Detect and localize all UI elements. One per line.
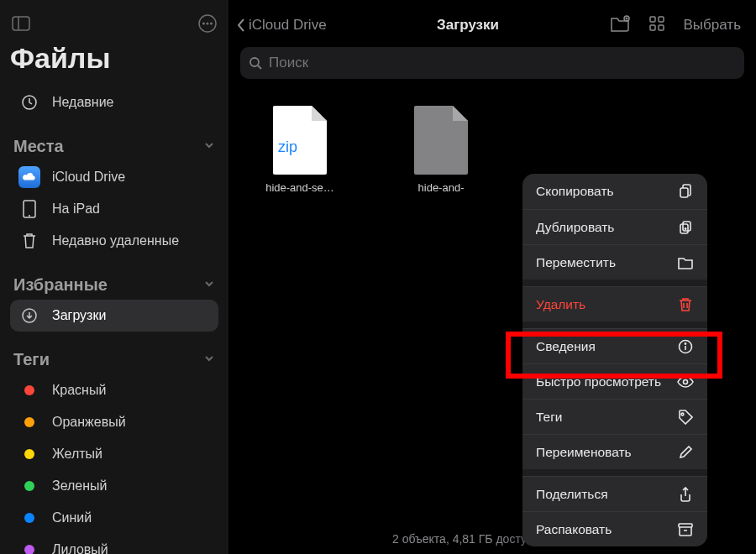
tag-dot-icon [24,481,34,491]
context-delete[interactable]: Удалить [522,286,707,321]
duplicate-icon [677,219,694,236]
sidebar-item-downloads[interactable]: Загрузки [10,300,218,332]
sidebar: Файлы Недавние Места iCloud Drive На iPa… [0,0,228,554]
svg-point-23 [684,379,688,384]
download-icon [18,305,40,327]
sidebar-tag-item[interactable]: Лиловый [10,534,218,554]
sidebar-tag-item[interactable]: Желтый [10,438,218,470]
svg-point-15 [250,58,259,66]
file-name: hide-and-se… [265,181,334,195]
tag-label: Синий [52,510,92,525]
svg-point-4 [207,23,208,24]
tag-dot-icon [24,513,34,523]
sidebar-item-icloud[interactable]: iCloud Drive [10,161,218,193]
file-item[interactable]: zip hide-and-se… [262,106,338,195]
sidebar-tag-item[interactable]: Красный [10,374,218,406]
svg-rect-0 [13,17,29,30]
chevron-down-icon [203,353,215,368]
select-button[interactable]: Выбрать [684,17,741,34]
menu-label: Удалить [536,297,585,312]
tag-label: Красный [52,383,106,398]
sidebar-tag-item[interactable]: Оранжевый [10,406,218,438]
section-title: Избранные [13,275,108,295]
svg-rect-14 [659,25,664,30]
view-grid-icon[interactable] [648,15,665,35]
svg-point-22 [685,342,685,343]
context-move[interactable]: Переместить [522,244,707,280]
pencil-icon [677,444,694,461]
context-copy[interactable]: Скопировать [522,174,707,209]
section-places-header[interactable]: Места [10,137,218,156]
more-icon[interactable] [197,13,218,34]
tag-icon [677,409,694,426]
tag-dot-icon [24,545,34,554]
section-tags-header[interactable]: Теги [10,350,218,369]
menu-label: Сведения [536,339,596,354]
context-rename[interactable]: Переименовать [522,434,707,469]
svg-point-3 [203,23,205,24]
trash-icon [18,230,40,252]
topbar: iCloud Drive Загрузки Выбрать [228,0,756,40]
menu-label: Скопировать [536,184,614,199]
svg-rect-25 [679,524,692,527]
svg-rect-7 [24,201,35,217]
page-title: Загрузки [330,17,606,34]
tag-dot-icon [24,449,34,459]
context-quicklook[interactable]: Быстро просмотреть [522,363,707,399]
svg-rect-11 [650,17,655,22]
main-area: iCloud Drive Загрузки Выбрать zip hide-a… [228,0,756,554]
clock-icon [18,91,40,113]
menu-label: Дублировать [536,220,614,235]
section-title: Теги [13,350,50,369]
tag-label: Желтый [52,447,102,462]
menu-label: Поделиться [536,487,608,502]
sidebar-tag-item[interactable]: Зеленый [10,470,218,502]
file-name: hide-and- [418,181,465,195]
new-folder-icon[interactable] [610,15,630,35]
section-title: Места [13,137,64,156]
svg-line-16 [258,65,261,69]
svg-rect-13 [650,25,655,30]
sidebar-item-label: На iPad [52,201,100,217]
menu-label: Быстро просмотреть [536,374,661,389]
sidebar-item-label: iCloud Drive [52,170,125,185]
tag-dot-icon [24,385,34,395]
tags-list: КрасныйОранжевыйЖелтыйЗеленыйСинийЛиловы… [10,374,218,554]
share-icon [677,486,694,503]
search-input[interactable] [269,55,736,71]
menu-label: Переместить [536,255,616,270]
sidebar-item-label: Недавно удаленные [52,233,179,248]
sidebar-item-recents[interactable]: Недавние [10,86,218,118]
sidebar-toggle-icon[interactable] [10,13,32,34]
menu-label: Теги [536,410,563,425]
svg-rect-19 [683,222,690,231]
zip-badge: zip [278,138,297,156]
search-icon [249,56,262,70]
svg-rect-17 [680,188,688,197]
app-title: Файлы [10,42,218,75]
context-info[interactable]: Сведения [522,328,707,363]
icloud-icon [18,166,40,188]
tag-dot-icon [24,417,34,427]
context-share[interactable]: Поделиться [522,476,707,511]
context-uncompress[interactable]: Распаковать [522,511,707,546]
archive-icon [677,521,694,538]
context-tags[interactable]: Теги [522,399,707,434]
chevron-down-icon [203,278,215,293]
back-label: iCloud Drive [249,17,327,34]
sidebar-item-trash[interactable]: Недавно удаленные [10,225,218,257]
svg-rect-12 [659,17,664,22]
back-button[interactable]: iCloud Drive [235,17,327,34]
search-field[interactable] [240,47,744,79]
file-item[interactable]: hide-and- [403,106,479,195]
folder-icon [677,254,694,271]
ipad-icon [18,198,40,220]
sidebar-item-ipad[interactable]: На iPad [10,193,218,225]
section-favorites-header[interactable]: Избранные [10,275,218,295]
eye-icon [677,374,694,390]
svg-point-5 [211,23,213,24]
sidebar-tag-item[interactable]: Синий [10,502,218,534]
tag-label: Оранжевый [52,415,126,430]
context-duplicate[interactable]: Дублировать [522,209,707,244]
sidebar-item-label: Загрузки [52,308,106,323]
